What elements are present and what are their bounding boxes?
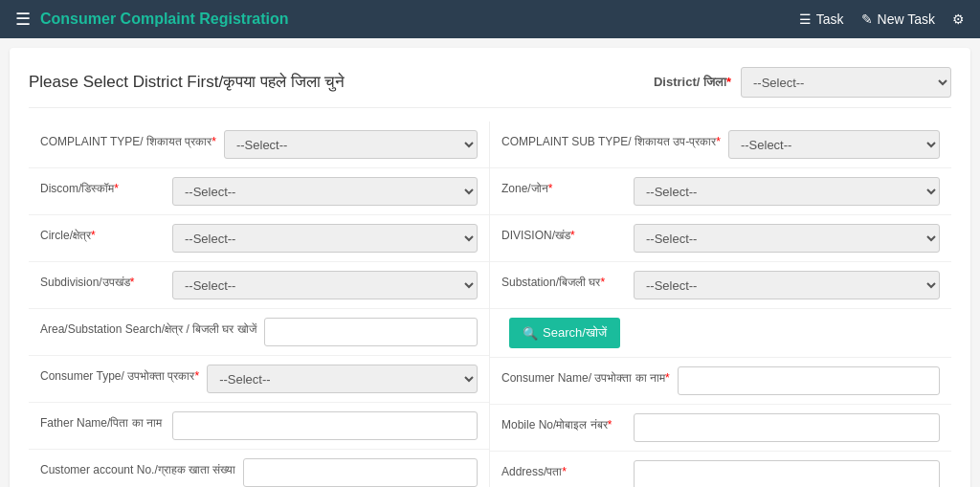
consumer-type-select[interactable]: --Select-- — [207, 365, 478, 393]
complaint-sub-type-group: COMPLAINT SUB TYPE/ शिकायत उप-प्रकार* --… — [490, 122, 951, 168]
circle-select[interactable]: --Select-- — [172, 224, 478, 253]
main-content: Please Select District First/कृपया पहले … — [10, 48, 970, 487]
consumer-name-label: Consumer Name/ उपभोक्ता का नाम* — [501, 366, 670, 387]
left-column: COMPLAINT TYPE/ शिकायत प्रकार* --Select-… — [29, 122, 490, 487]
discom-group: Discom/डिस्कॉम* --Select-- — [29, 168, 489, 215]
page-heading: Please Select District First/कृपया पहले … — [29, 73, 345, 92]
discom-select[interactable]: --Select-- — [172, 177, 478, 206]
substation-label: Substation/बिजली घर* — [501, 271, 626, 291]
mobile-input[interactable] — [634, 413, 940, 442]
new-task-nav[interactable]: ✎ New Task — [861, 11, 935, 27]
area-group: Area/Substation Search/क्षेत्र / बिजली घ… — [29, 309, 489, 356]
father-name-input[interactable] — [172, 411, 478, 440]
right-column: COMPLAINT SUB TYPE/ शिकायत उप-प्रकार* --… — [490, 122, 951, 487]
mobile-label: Mobile No/मोबाइल नंबर* — [501, 413, 626, 433]
search-button-label: Search/खोजें — [543, 325, 607, 341]
top-bar: Please Select District First/कृपया पहले … — [29, 67, 951, 108]
edit-icon: ✎ — [861, 11, 873, 27]
search-icon: 🔍 — [523, 326, 538, 341]
hamburger-icon[interactable]: ☰ — [15, 9, 31, 30]
district-label: District/ जिला* — [654, 75, 731, 90]
task-nav[interactable]: ☰ Task — [799, 11, 844, 27]
substation-group: Substation/बिजली घर* --Select-- — [490, 262, 951, 309]
address-group: Address/पता* — [490, 452, 951, 487]
area-label: Area/Substation Search/क्षेत्र / बिजली घ… — [40, 318, 256, 338]
form-section: COMPLAINT TYPE/ शिकायत प्रकार* --Select-… — [29, 122, 951, 487]
app-header: ☰ Consumer Complaint Registration ☰ Task… — [0, 0, 980, 38]
customer-account-group: Customer account No./ग्राहक खाता संख्या — [29, 450, 489, 487]
header-left: ☰ Consumer Complaint Registration — [15, 9, 289, 30]
address-input[interactable] — [634, 460, 940, 487]
division-group: DIVISION/खंड* --Select-- — [490, 215, 951, 262]
address-label: Address/पता* — [501, 460, 626, 480]
settings-nav[interactable]: ⚙ — [952, 11, 965, 27]
division-label: DIVISION/खंड* — [501, 224, 626, 244]
complaint-sub-type-label: COMPLAINT SUB TYPE/ शिकायत उप-प्रकार* — [501, 130, 721, 150]
circle-group: Circle/क्षेत्र* --Select-- — [29, 215, 489, 262]
subdivision-label: Subdivision/उपखंड* — [40, 271, 165, 291]
consumer-type-label: Consumer Type/ उपभोक्ता प्रकार* — [40, 365, 199, 385]
complaint-type-group: COMPLAINT TYPE/ शिकायत प्रकार* --Select-… — [29, 122, 489, 168]
father-name-group: Father Name/पिता का नाम — [29, 403, 489, 450]
complaint-sub-type-select[interactable]: --Select-- — [728, 130, 940, 159]
customer-account-input[interactable] — [243, 458, 478, 487]
consumer-name-input[interactable] — [678, 366, 940, 395]
discom-label: Discom/डिस्कॉम* — [40, 177, 165, 197]
task-label: Task — [816, 11, 844, 27]
zone-group: Zone/जोन* --Select-- — [490, 168, 951, 215]
complaint-type-label: COMPLAINT TYPE/ शिकायत प्रकार* — [40, 130, 216, 150]
new-task-label: New Task — [878, 11, 935, 27]
mobile-group: Mobile No/मोबाइल नंबर* — [490, 405, 951, 452]
header-right: ☰ Task ✎ New Task ⚙ — [799, 11, 965, 27]
zone-select[interactable]: --Select-- — [634, 177, 940, 206]
substation-select[interactable]: --Select-- — [634, 271, 940, 299]
customer-account-label: Customer account No./ग्राहक खाता संख्या — [40, 458, 235, 478]
complaint-type-select[interactable]: --Select-- — [224, 130, 478, 159]
circle-label: Circle/क्षेत्र* — [40, 224, 165, 244]
consumer-type-group: Consumer Type/ उपभोक्ता प्रकार* --Select… — [29, 356, 489, 403]
task-list-icon: ☰ — [799, 11, 812, 27]
zone-label: Zone/जोन* — [501, 177, 626, 197]
area-input[interactable] — [264, 318, 478, 346]
subdivision-group: Subdivision/उपखंड* --Select-- — [29, 262, 489, 309]
father-name-label: Father Name/पिता का नाम — [40, 411, 165, 432]
app-title: Consumer Complaint Registration — [40, 11, 289, 28]
subdivision-select[interactable]: --Select-- — [172, 271, 478, 299]
search-button[interactable]: 🔍 Search/खोजें — [509, 318, 620, 348]
division-select[interactable]: --Select-- — [634, 224, 940, 253]
search-group: 🔍 Search/खोजें — [490, 309, 951, 358]
district-select[interactable]: --Select-- — [741, 67, 951, 98]
consumer-name-group: Consumer Name/ उपभोक्ता का नाम* — [490, 358, 951, 405]
district-field: District/ जिला* --Select-- — [654, 67, 951, 98]
gear-icon: ⚙ — [952, 11, 965, 27]
